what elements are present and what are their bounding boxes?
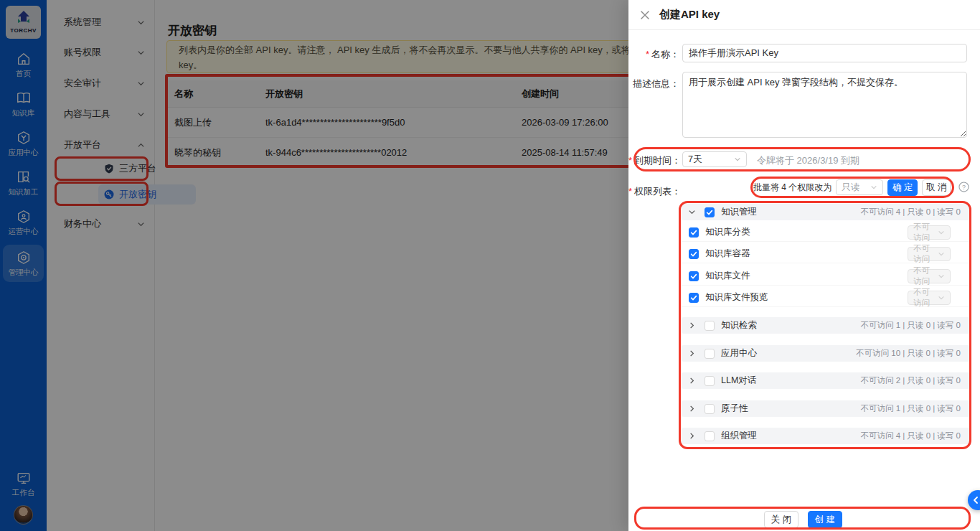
- checkbox-checked[interactable]: [689, 227, 699, 238]
- batch-confirm-button[interactable]: 确 定: [887, 179, 918, 196]
- perm-group-counts: 不可访问 2 | 只读 0 | 读写 0: [860, 375, 961, 386]
- perm-child-label: 知识库分类: [705, 226, 750, 238]
- batch-permission-bar: 批量将 4 个权限改为 只读 确 定 取 消: [753, 179, 951, 196]
- required-mark: *: [628, 155, 632, 166]
- expire-hint-text: 令牌将于 2026/3/19 到期: [757, 154, 859, 167]
- checkbox-checked[interactable]: [705, 207, 715, 217]
- perm-group-label: 知识管理: [721, 206, 757, 218]
- chevron-right-icon: [688, 432, 696, 440]
- perm-group-label: 应用中心: [721, 347, 757, 360]
- check-icon: [690, 229, 697, 236]
- check-icon: [706, 209, 713, 216]
- close-button[interactable]: 关 闭: [764, 511, 798, 528]
- checkbox-checked[interactable]: [689, 271, 699, 281]
- batch-text: 批量将 4 个权限改为: [753, 182, 831, 194]
- perm-group-knowledge-mgmt[interactable]: 知识管理 不可访问 4 | 只读 0 | 读写 0: [682, 204, 970, 220]
- perm-child-label: 知识库文件预览: [705, 291, 768, 304]
- close-icon[interactable]: [640, 10, 650, 20]
- question-circle-icon[interactable]: ?: [958, 182, 969, 192]
- checkbox-checked[interactable]: [689, 293, 699, 303]
- expire-row: *到期时间： 7天 令牌将于 2026/3/19 到期: [628, 148, 980, 171]
- expire-select[interactable]: 7天: [682, 151, 747, 167]
- perm-group-knowledge-search[interactable]: 知识检索 不可访问 1 | 只读 0 | 读写 0: [682, 317, 970, 334]
- perm-access-select-disabled: 不可访问: [908, 291, 951, 305]
- chevron-down-icon: [870, 184, 877, 191]
- perm-group-llm-chat[interactable]: LLM对话 不可访问 2 | 只读 0 | 读写 0: [682, 372, 970, 389]
- chevron-down-icon: [688, 208, 696, 216]
- batch-cancel-button[interactable]: 取 消: [922, 179, 951, 196]
- svg-text:?: ?: [962, 184, 966, 191]
- batch-access-select[interactable]: 只读: [836, 179, 883, 195]
- chevron-down-icon: [734, 156, 741, 163]
- chevron-down-icon: [938, 273, 945, 280]
- perm-child-row: 知识库分类 不可访问: [682, 223, 970, 242]
- perm-group-label: 知识检索: [721, 319, 757, 332]
- name-input[interactable]: [682, 44, 967, 62]
- expire-field-label: *到期时间：: [628, 154, 679, 167]
- checkbox-unchecked[interactable]: [705, 404, 715, 414]
- perm-group-counts: 不可访问 10 | 只读 0 | 读写 0: [856, 348, 961, 359]
- drawer-title: 创建API key: [659, 8, 720, 22]
- perm-group-label: LLM对话: [721, 375, 756, 387]
- chevron-down-icon: [938, 250, 945, 258]
- name-field-label: *名称：: [628, 48, 679, 61]
- perm-group-org-mgmt[interactable]: 组织管理 不可访问 4 | 只读 0 | 读写 0: [682, 428, 970, 444]
- drawer-collapse-button[interactable]: [968, 490, 980, 510]
- perm-group-label: 组织管理: [721, 430, 757, 442]
- perm-access-select-disabled: 不可访问: [908, 247, 951, 261]
- chevron-down-icon: [938, 229, 945, 236]
- expire-select-value: 7天: [688, 154, 702, 166]
- checkbox-checked[interactable]: [689, 249, 699, 259]
- perm-group-counts: 不可访问 1 | 只读 0 | 读写 0: [860, 320, 961, 331]
- perm-access-select-disabled: 不可访问: [908, 269, 951, 283]
- chevron-right-icon: [688, 321, 696, 329]
- perm-child-row: 知识库文件预览 不可访问: [682, 288, 970, 307]
- required-mark: *: [646, 49, 649, 60]
- checkbox-unchecked[interactable]: [705, 431, 715, 441]
- chevron-left-icon: [971, 496, 980, 504]
- annotation-box-footer: [634, 507, 971, 530]
- perm-group-counts: 不可访问 4 | 只读 0 | 读写 0: [860, 431, 961, 441]
- check-icon: [690, 250, 697, 258]
- checkbox-unchecked[interactable]: [705, 376, 715, 386]
- check-icon: [690, 273, 697, 280]
- app-screen: TORCHV 首页 知识库 应用中心: [0, 0, 980, 531]
- chevron-right-icon: [688, 349, 696, 357]
- perm-child-row: 知识库文件 不可访问: [682, 267, 970, 286]
- chevron-right-icon: [688, 405, 696, 413]
- perm-group-counts: 不可访问 1 | 只读 0 | 读写 0: [860, 403, 961, 414]
- perm-access-select-disabled: 不可访问: [908, 225, 951, 240]
- drawer-header: 创建API key: [628, 0, 980, 30]
- perm-group-counts: 不可访问 4 | 只读 0 | 读写 0: [860, 207, 961, 217]
- chevron-right-icon: [688, 377, 696, 385]
- required-mark: *: [628, 186, 632, 197]
- description-textarea[interactable]: 用于展示创建 API key 弹窗字段结构，不提交保存。: [682, 72, 967, 138]
- chevron-down-icon: [938, 294, 945, 301]
- description-field-label: 描述信息：: [628, 77, 679, 90]
- permissions-field-label: *权限列表：: [628, 185, 679, 198]
- check-icon: [690, 294, 697, 301]
- perm-child-row: 知识库容器 不可访问: [682, 245, 970, 263]
- permission-panel: 知识管理 不可访问 4 | 只读 0 | 读写 0 知识库分类 不可访问 知识库…: [682, 202, 970, 448]
- create-button[interactable]: 创 建: [808, 511, 842, 528]
- perm-group-atomic[interactable]: 原子性 不可访问 1 | 只读 0 | 读写 0: [682, 400, 970, 417]
- perm-child-label: 知识库容器: [705, 248, 750, 260]
- checkbox-unchecked[interactable]: [705, 321, 715, 331]
- perm-group-app-center[interactable]: 应用中心 不可访问 10 | 只读 0 | 读写 0: [682, 345, 970, 362]
- checkbox-unchecked[interactable]: [705, 349, 715, 359]
- perm-group-label: 原子性: [721, 403, 748, 415]
- create-api-key-drawer: 创建API key *名称： 描述信息： 用于展示创建 API key 弹窗字段…: [628, 0, 980, 531]
- perm-child-label: 知识库文件: [705, 270, 750, 282]
- batch-access-value: 只读: [842, 182, 859, 194]
